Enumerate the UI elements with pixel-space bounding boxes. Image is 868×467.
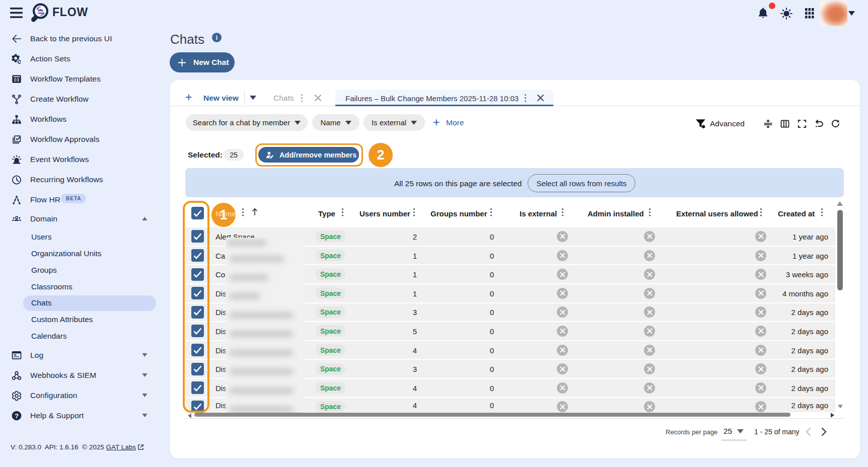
svg-text:?: ? [15, 412, 19, 420]
